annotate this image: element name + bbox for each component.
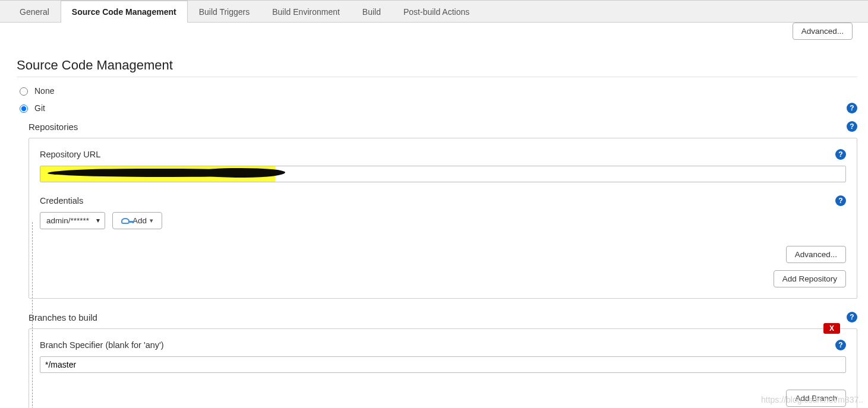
add-branch-button[interactable]: Add Branch [786,390,846,407]
repository-panel: Repository URL ? Credentials ? admin/***… [29,138,857,299]
add-credentials-label: Add [132,216,147,225]
divider [17,77,857,77]
top-advanced-button[interactable]: Advanced... [793,23,853,40]
branch-panel: X Branch Specifier (blank for 'any') ? A… [29,328,857,408]
help-icon[interactable]: ? [847,121,857,132]
tab-scm[interactable]: Source Code Management [61,1,188,23]
radio-git[interactable] [20,105,28,113]
help-icon[interactable]: ? [847,103,857,113]
delete-branch-button[interactable]: X [823,323,840,334]
key-icon [121,218,130,224]
tab-build-environment[interactable]: Build Environment [261,1,351,23]
help-icon[interactable]: ? [835,195,846,206]
credentials-label: Credentials [40,196,83,205]
add-repository-button[interactable]: Add Repository [774,270,846,287]
repo-advanced-button[interactable]: Advanced... [786,246,846,263]
scm-content: Advanced... Source Code Management None … [0,23,868,408]
add-credentials-button[interactable]: Add [112,212,162,229]
help-icon[interactable]: ? [835,340,846,350]
repositories-label: Repositories [29,122,78,132]
branches-label: Branches to build [29,312,97,322]
tab-general[interactable]: General [8,1,61,23]
branch-specifier-label: Branch Specifier (blank for 'any') [40,340,164,350]
branch-specifier-input[interactable] [40,356,846,373]
repo-url-label: Repository URL [40,150,100,159]
section-title: Source Code Management [17,58,857,73]
tab-build[interactable]: Build [351,1,392,23]
help-icon[interactable]: ? [835,149,846,160]
repo-url-input[interactable] [40,166,846,182]
tab-post-build-actions[interactable]: Post-build Actions [392,1,481,23]
radio-none[interactable] [20,87,28,96]
radio-git-label: Git [34,103,45,113]
help-icon[interactable]: ? [847,312,857,322]
config-tab-bar: General Source Code Management Build Tri… [0,0,868,23]
credentials-select[interactable]: admin/****** [40,212,105,229]
radio-none-label: None [34,86,54,96]
tab-build-triggers[interactable]: Build Triggers [188,1,261,23]
